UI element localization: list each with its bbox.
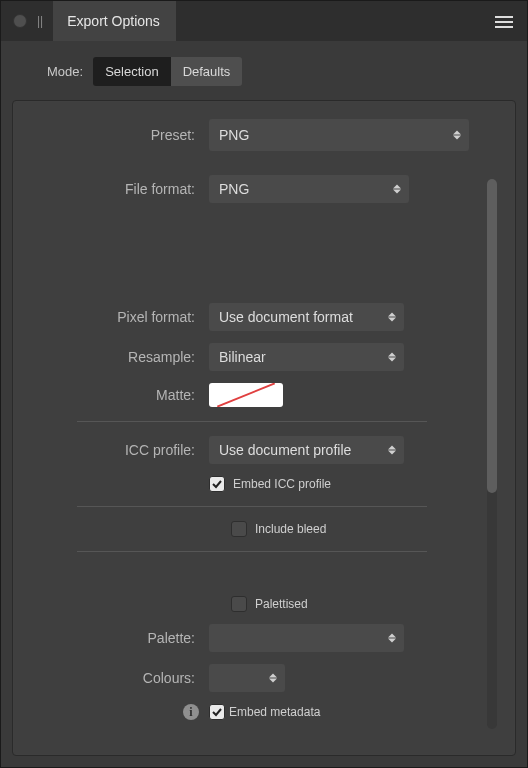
embed-icc-checkbox[interactable] xyxy=(209,476,225,492)
include-bleed-checkbox[interactable] xyxy=(231,521,247,537)
matte-swatch[interactable] xyxy=(209,383,283,407)
row-icc-profile: ICC profile: Use document profile xyxy=(35,436,463,464)
separator xyxy=(77,421,427,422)
mode-label: Mode: xyxy=(47,64,83,79)
icc-profile-value: Use document profile xyxy=(219,442,351,458)
include-bleed-label: Include bleed xyxy=(255,522,326,536)
palettised-checkbox[interactable] xyxy=(231,596,247,612)
embed-metadata-label: Embed metadata xyxy=(229,705,320,719)
stepper-icon xyxy=(388,634,396,643)
file-format-select[interactable]: PNG xyxy=(209,175,409,203)
colours-label: Colours: xyxy=(35,670,195,686)
preset-value: PNG xyxy=(219,127,249,143)
palette-select[interactable] xyxy=(209,624,404,652)
scroll-region: File format: PNG Pixel format: Use docum… xyxy=(35,175,497,741)
icc-profile-select[interactable]: Use document profile xyxy=(209,436,404,464)
close-icon[interactable] xyxy=(13,14,27,28)
preset-label: Preset: xyxy=(35,127,195,143)
stepper-icon xyxy=(269,674,277,683)
matte-label: Matte: xyxy=(35,387,195,403)
row-include-bleed: Include bleed xyxy=(231,521,463,537)
scrollbar-thumb[interactable] xyxy=(487,179,497,493)
pixel-format-label: Pixel format: xyxy=(35,309,195,325)
colours-select[interactable] xyxy=(209,664,285,692)
row-embed-metadata: i Embed metadata xyxy=(183,704,463,720)
row-colours: Colours: xyxy=(35,664,463,692)
row-palettised: Palettised xyxy=(231,596,463,612)
row-preset: Preset: PNG xyxy=(35,119,497,151)
file-format-label: File format: xyxy=(35,181,195,197)
stepper-icon xyxy=(388,446,396,455)
mode-segmented: Selection Defaults xyxy=(93,57,242,86)
resample-value: Bilinear xyxy=(219,349,266,365)
row-file-format: File format: PNG xyxy=(35,175,463,203)
stepper-icon xyxy=(393,185,401,194)
row-embed-icc: Embed ICC profile xyxy=(209,476,463,492)
drag-handle-icon[interactable]: || xyxy=(37,15,43,27)
menu-icon[interactable] xyxy=(495,13,513,31)
row-resample: Resample: Bilinear xyxy=(35,343,463,371)
palettised-label: Palettised xyxy=(255,597,308,611)
separator xyxy=(77,506,427,507)
mode-defaults-button[interactable]: Defaults xyxy=(171,57,243,86)
pixel-format-value: Use document format xyxy=(219,309,353,325)
resample-label: Resample: xyxy=(35,349,195,365)
stepper-icon xyxy=(453,131,461,140)
panel-title: Export Options xyxy=(53,1,176,41)
separator xyxy=(77,551,427,552)
info-icon[interactable]: i xyxy=(183,704,199,720)
stepper-icon xyxy=(388,313,396,322)
icc-profile-label: ICC profile: xyxy=(35,442,195,458)
stepper-icon xyxy=(388,353,396,362)
mode-selection-button[interactable]: Selection xyxy=(93,57,170,86)
preset-select[interactable]: PNG xyxy=(209,119,469,151)
row-pixel-format: Pixel format: Use document format xyxy=(35,303,463,331)
file-format-value: PNG xyxy=(219,181,249,197)
titlebar: || Export Options xyxy=(1,1,527,41)
palette-label: Palette: xyxy=(35,630,195,646)
options-panel: Preset: PNG File format: PNG Pixel forma… xyxy=(12,100,516,756)
embed-metadata-checkbox[interactable] xyxy=(209,704,225,720)
row-matte: Matte: xyxy=(35,383,463,407)
scrollbar[interactable] xyxy=(487,179,497,729)
row-palette: Palette: xyxy=(35,624,463,652)
mode-row: Mode: Selection Defaults xyxy=(1,41,527,102)
resample-select[interactable]: Bilinear xyxy=(209,343,404,371)
pixel-format-select[interactable]: Use document format xyxy=(209,303,404,331)
embed-icc-label: Embed ICC profile xyxy=(233,477,331,491)
